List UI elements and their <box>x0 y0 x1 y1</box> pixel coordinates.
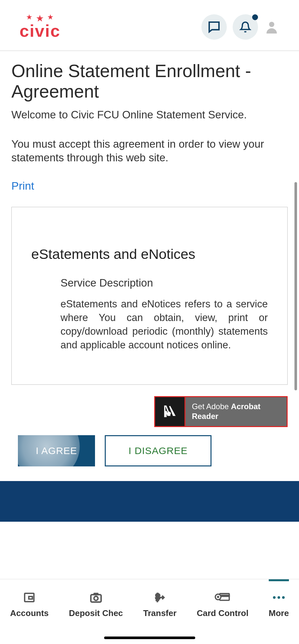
app-header: ★ ★ ★ civic <box>0 0 299 51</box>
chat-icon <box>208 20 221 34</box>
svg-rect-3 <box>29 597 33 599</box>
adobe-reader-link[interactable]: Get Adobe Acrobat Reader <box>154 396 288 427</box>
nav-more[interactable]: More <box>269 591 289 618</box>
welcome-text: Welcome to Civic FCU Online Statement Se… <box>11 109 288 121</box>
bottom-navigation: Accounts Deposit Chec $ Transfer <box>0 579 299 644</box>
agreement-box[interactable]: eStatements and eNotices Service Descrip… <box>11 207 288 384</box>
notification-dot-icon <box>252 14 258 20</box>
svg-point-11 <box>278 596 280 599</box>
home-indicator[interactable] <box>104 637 195 639</box>
profile-button[interactable] <box>264 19 279 35</box>
nav-transfer[interactable]: $ Transfer <box>143 591 177 618</box>
nav-label: Accounts <box>10 608 48 618</box>
nav-card-control[interactable]: Card Control <box>197 591 249 618</box>
agreement-heading: eStatements and eNotices <box>31 246 268 262</box>
nav-label: More <box>269 608 289 618</box>
nav-label: Card Control <box>197 608 249 618</box>
brand-logo: ★ ★ ★ civic <box>20 13 61 41</box>
agree-button[interactable]: I AGREE <box>18 435 95 466</box>
svg-point-12 <box>282 596 285 599</box>
card-control-icon <box>215 591 230 604</box>
nav-label: Transfer <box>143 608 177 618</box>
nav-accounts[interactable]: Accounts <box>10 591 48 618</box>
notifications-button[interactable] <box>233 14 258 40</box>
scrollbar[interactable] <box>294 182 297 390</box>
svg-point-0 <box>269 22 274 27</box>
nav-deposit[interactable]: Deposit Chec <box>69 591 123 618</box>
adobe-icon <box>155 397 185 426</box>
accounts-icon <box>23 591 35 604</box>
svg-point-5 <box>94 597 98 600</box>
svg-point-10 <box>273 596 276 599</box>
more-icon <box>272 591 286 604</box>
footer-bar <box>0 481 299 522</box>
transfer-icon: $ <box>153 591 167 604</box>
svg-text:$: $ <box>156 592 160 601</box>
page-title: Online Statement Enrollment - Agreement <box>11 61 288 102</box>
messages-button[interactable] <box>201 14 227 40</box>
user-icon <box>264 19 279 35</box>
nav-label: Deposit Chec <box>69 608 123 618</box>
agreement-body: eStatements and eNotices refers to a ser… <box>61 297 268 352</box>
instruction-text: You must accept this agreement in order … <box>11 137 288 165</box>
adobe-text: Get Adobe Acrobat Reader <box>185 402 287 421</box>
main-content: Online Statement Enrollment - Agreement … <box>0 51 299 476</box>
camera-icon <box>89 591 103 604</box>
header-actions <box>201 14 279 40</box>
print-link[interactable]: Print <box>11 180 34 192</box>
logo-text: civic <box>20 21 61 41</box>
agreement-subheading: Service Description <box>61 277 268 289</box>
bell-icon <box>239 21 251 33</box>
adobe-line1: Get Adobe <box>192 402 229 411</box>
disagree-button[interactable]: I DISAGREE <box>105 435 211 466</box>
svg-point-1 <box>168 412 170 415</box>
agreement-actions: I AGREE I DISAGREE <box>11 435 288 466</box>
